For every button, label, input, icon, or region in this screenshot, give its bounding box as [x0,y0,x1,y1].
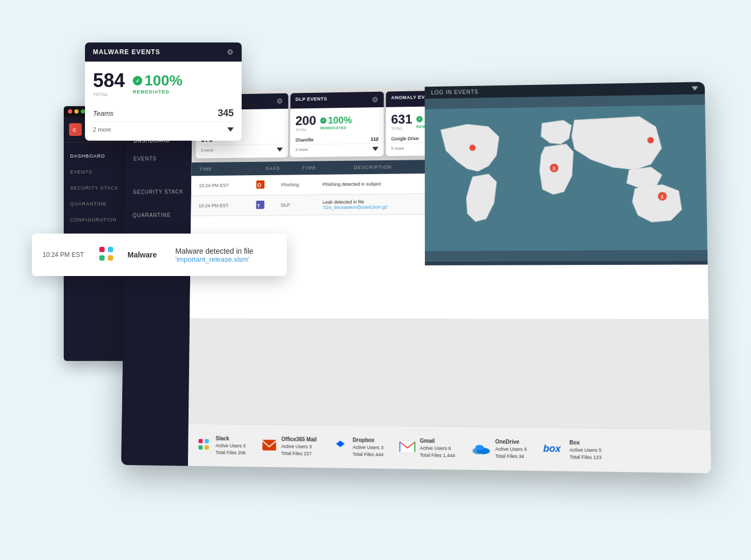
malware-events-card: MALWARE EVENTS ⚙ 584 TOTAL ✓ 100% REMEDI… [85,42,242,141]
events-more-row: 3 more [201,144,283,153]
slack-icon [196,436,212,454]
anomaly-total: 631 [391,112,412,127]
dropbox-active-users: Active Users 3 [353,444,383,451]
svg-rect-22 [400,441,415,453]
dlp-remediated-block: ✓ 100% REMEDIATED [320,115,352,130]
row2-desc-link[interactable]: '324_docxaweord)used.json.gz' [322,204,388,210]
svg-rect-31 [99,255,105,261]
notification-slack-icon [96,243,117,266]
saas-app-gmail[interactable]: Gmail Active Users 6 Total Files 1,444 [399,437,455,459]
malware-remediated-block: ✓ 100% REMEDIATED [133,72,183,94]
notif-desc-link[interactable]: 'important_release.xlsm' [175,255,253,263]
col-time: TIME [199,166,245,172]
saas-app-office365[interactable]: Office365 Mail Active Users 3 Total File… [261,435,317,457]
svg-text:O: O [257,183,261,188]
dlp-check-icon: ✓ [320,117,327,124]
anomaly-total-label: TOTAL [391,126,412,130]
main-content: EVENTS ⚙ ✓ 100% REMEDIATED [188,82,711,473]
malware-card-title: MALWARE EVENTS [93,48,160,56]
dropbox-info: Dropbox Active Users 3 Total Files 444 [353,436,383,458]
malware-app-count: 345 [218,108,234,119]
malware-card-body: 584 TOTAL ✓ 100% REMEDIATED Teams 345 2 … [85,62,242,141]
office365-active-users: Active Users 3 [281,443,317,451]
anomaly-app-name: Google Drive [391,136,419,142]
onedrive-icon [471,441,491,456]
notif-desc-text: Malware detected in file [175,247,253,255]
dlp-more-row: 3 more [295,144,379,152]
malware-total-label: TOTAL [93,92,125,97]
row2-saas-icon: T [255,200,270,211]
svg-rect-19 [262,440,276,450]
anomaly-check-icon: ✓ [416,116,423,122]
svg-marker-21 [336,440,345,446]
malware-gear-icon[interactable]: ⚙ [227,48,234,56]
svg-text:3: 3 [552,166,555,171]
svg-text:box: box [543,443,561,454]
dropbox-name: Dropbox [353,436,383,444]
sidebar-item-security-stack[interactable]: SECURITY STACK [125,183,191,201]
saas-app-dropbox[interactable]: Dropbox Active Users 3 Total Files 444 [332,436,383,458]
saas-app-box[interactable]: box Box Active Users 5 Total Files 123 [543,438,602,461]
map-title: LOG IN EVENTS [431,89,479,96]
world-map-svg: 3 2 [425,94,708,262]
dlp-gear-icon[interactable]: ⚙ [372,96,379,104]
col-type: TYPE [302,165,333,170]
onedrive-active-users: Active Users 5 [495,446,527,453]
col-description: DESCRIPTION [354,165,392,170]
events-dropdown-icon[interactable] [277,147,283,151]
malware-total-block: 584 TOTAL [93,70,125,97]
dlp-remediated-label: REMEDIATED [320,126,352,130]
malware-more-row: 2 more [93,122,234,133]
svg-rect-17 [199,445,203,449]
sidebar-item-events[interactable]: EVENTS [126,149,192,168]
gmail-active-users: Active Users 6 [420,445,455,452]
row1-saas-icon: O [255,179,271,191]
slack-active-users: Active Users 5 [216,442,246,449]
malware-more-label[interactable]: 2 more [93,126,111,133]
gmail-info: Gmail Active Users 6 Total Files 1,444 [420,437,455,459]
traffic-light-red[interactable] [68,109,72,114]
anomaly-more-label[interactable]: 5 more [391,146,404,151]
dropbox-icon [332,437,348,456]
malware-remediated-label: REMEDIATED [133,89,183,94]
sidebar-item-quarantine[interactable]: QUARANTINE [125,206,191,225]
notification-description: Malware detected in file 'important_rele… [175,247,253,263]
malware-check-icon: ✓ [133,76,142,85]
events-gear-icon[interactable]: ⚙ [277,97,284,106]
traffic-light-yellow[interactable] [74,109,79,114]
sidebar: C Che SOFTWARE T DASHBOARD EVENTS SECURI… [121,91,192,466]
malware-total: 584 [93,70,125,92]
notification-time: 10:24 PM EST [42,251,85,259]
slack-name: Slack [216,435,246,443]
dropbox-total-files: Total Files 444 [353,451,383,458]
saas-app-slack[interactable]: Slack Active Users 5 Total Files 206 [196,435,246,456]
row1-time: 10:24 PM EST [199,183,245,188]
dlp-remediated-pct: ✓ 100% [320,115,352,126]
dlp-more-label[interactable]: 3 more [295,147,308,152]
box-icon: box [543,443,565,456]
map-section: LOG IN EVENTS [425,82,708,265]
map-dropdown-icon[interactable] [692,86,698,90]
dlp-card-body: 200 TOTAL ✓ 100% REMEDIATED Sharefile [290,107,384,157]
events-more-label[interactable]: 3 more [201,148,214,153]
dlp-total-label: TOTAL [295,128,316,132]
dlp-card-header: DLP EVENTS ⚙ [291,92,384,109]
saas-app-onedrive[interactable]: OneDrive Active Users 5 Total Files 34 [471,438,527,460]
svg-rect-15 [199,438,203,443]
malware-stats: 584 TOTAL ✓ 100% REMEDIATED [93,70,234,97]
dlp-total-block: 200 TOTAL [295,114,316,132]
traffic-light-green[interactable] [81,109,85,114]
malware-dropdown-icon[interactable] [227,127,234,132]
slack-total-files: Total Files 206 [216,449,246,456]
dlp-app-name: Sharefile [295,137,314,143]
svg-text:C: C [73,127,76,133]
check-logo-icon: C [69,123,82,136]
onedrive-info: OneDrive Active Users 5 Total Files 34 [495,438,527,460]
office365-name: Office365 Mail [281,436,317,444]
dlp-dropdown-icon[interactable] [372,147,379,151]
svg-rect-18 [204,445,209,450]
map-area: 3 2 [425,94,708,262]
box-name: Box [569,439,601,447]
svg-text:T: T [257,203,260,209]
svg-rect-32 [108,255,113,261]
